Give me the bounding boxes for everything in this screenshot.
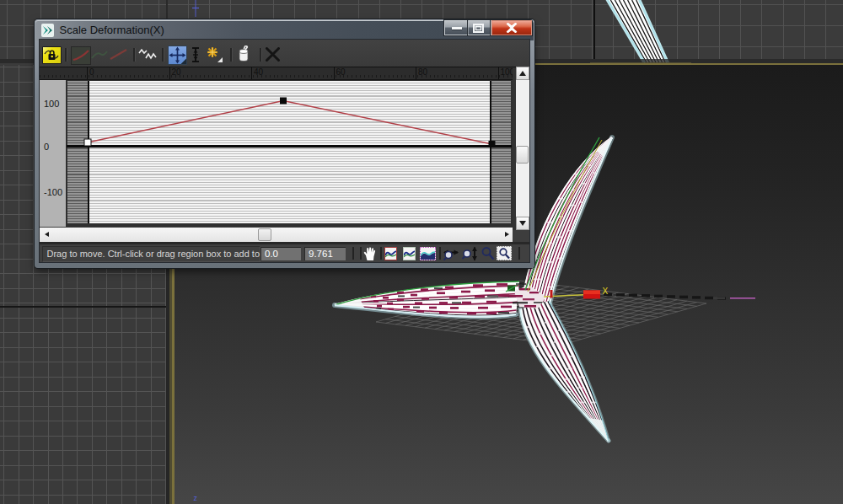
svg-text:z: z — [194, 494, 198, 502]
svg-text:X: X — [603, 287, 609, 296]
